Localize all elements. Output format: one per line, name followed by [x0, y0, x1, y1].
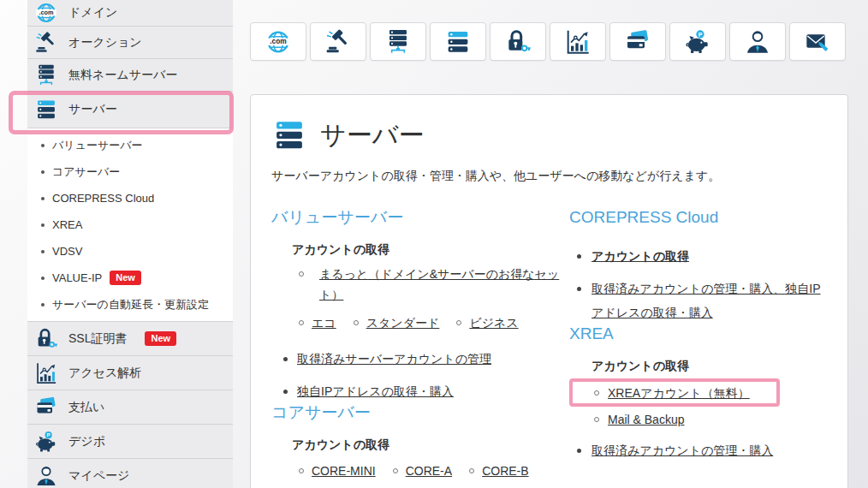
toolbar-button-payment[interactable]: [609, 22, 666, 61]
link-core-b[interactable]: CORE-B: [482, 461, 528, 481]
sidebar-item-free-nameserver[interactable]: 無料ネームサーバー: [27, 59, 233, 92]
server-icon: [444, 28, 472, 56]
list-item: まるっと（ドメイン&サーバーのお得なセット）: [271, 264, 569, 305]
person-icon: [34, 464, 58, 488]
submenu-item-value-ip[interactable]: VALUE-IP New: [27, 265, 233, 291]
submenu-item-auto-renew-settings[interactable]: サーバーの自動延長・更新設定: [27, 291, 233, 318]
disc-bullet-icon: [577, 287, 581, 291]
globe-com-icon: .com: [34, 1, 58, 25]
section-heading-corepress-cloud: COREPRESS Cloud: [569, 208, 827, 228]
list-item: 取得済みアカウントの管理・購入、独自IPアドレスの取得・購入: [569, 277, 827, 324]
sidebar-item-domain[interactable]: .com ドメイン: [27, 0, 233, 27]
svg-text:.com: .com: [270, 37, 286, 45]
submenu-item-value-server[interactable]: バリューサーバー: [27, 132, 233, 158]
sidebar-item-digipo[interactable]: P デジポ: [27, 425, 233, 459]
disc-bullet-icon: [577, 449, 581, 453]
content-columns: バリューサーバー アカウントの取得 まるっと（ドメイン&サーバーのお得なセット）…: [271, 208, 827, 488]
link-xrea-free-account[interactable]: XREAアカウント（無料）: [608, 386, 750, 400]
bullet-icon: [41, 197, 45, 200]
section-heading-core-server: コアサーバー: [271, 403, 569, 423]
sidebar-item-mypage[interactable]: マイページ: [27, 459, 233, 488]
link-standard[interactable]: スタンダード: [366, 312, 440, 333]
bullet-icon: [41, 170, 45, 174]
sidebar-item-ssl[interactable]: SSL証明書 New: [27, 322, 233, 356]
gavel-icon: [34, 31, 58, 55]
bullet-icon: [41, 303, 45, 306]
submenu-item-label: サーバーの自動延長・更新設定: [52, 297, 209, 312]
credit-card-icon: [34, 396, 58, 420]
sidebar-item-label: ドメイン: [68, 5, 117, 21]
link-marutto-set[interactable]: まるっと（ドメイン&サーバーのお得なセット）: [319, 267, 559, 301]
sidebar-item-payment[interactable]: 支払い: [27, 390, 233, 425]
submenu-item-label: VALUE-IP: [52, 271, 102, 284]
toolbar-button-mail[interactable]: [789, 22, 846, 61]
sidebar-item-label: マイページ: [68, 468, 129, 484]
bullet-icon: [41, 250, 45, 253]
section-heading-xrea: XREA: [569, 324, 827, 344]
sidebar-item-label: オークション: [68, 35, 142, 51]
page-description: サーバーアカウントの取得・管理・購入や、他ユーザーへの移動などが行えます。: [271, 169, 827, 184]
link-manage-server-accounts[interactable]: 取得済みサーバーアカウントの管理: [297, 352, 491, 366]
toolbar-button-analytics[interactable]: [550, 22, 606, 61]
link-xrea-manage[interactable]: 取得済みアカウントの管理・購入: [592, 443, 773, 457]
person-icon: [744, 28, 771, 56]
server-page-panel: サーバー サーバーアカウントの取得・管理・購入や、他ユーザーへの移動などが行えま…: [250, 94, 848, 488]
sidebar-item-auction[interactable]: オークション: [27, 27, 233, 59]
link-core-a[interactable]: CORE-A: [406, 461, 452, 481]
sidebar-item-label: デジポ: [68, 434, 105, 449]
piggy-bank-icon: P: [684, 28, 711, 56]
toolbar-button-auction[interactable]: [310, 22, 366, 61]
list-item: XREAアカウント（無料）: [569, 383, 827, 403]
disc-bullet-icon: [283, 357, 288, 361]
submenu-item-corepress-cloud[interactable]: COREPRESS Cloud: [27, 185, 233, 211]
column-left: バリューサーバー アカウントの取得 まるっと（ドメイン&サーバーのお得なセット）…: [271, 208, 569, 488]
circle-bullet-icon: [354, 320, 359, 325]
list-item: Mail & Backup: [569, 409, 827, 430]
server-submenu: バリューサーバー コアサーバー COREPRESS Cloud XREA VDS…: [27, 128, 233, 322]
submenu-item-label: COREPRESS Cloud: [52, 192, 154, 205]
submenu-item-xrea[interactable]: XREA: [27, 211, 233, 238]
disc-bullet-icon: [577, 254, 581, 259]
toolbar-button-server[interactable]: [430, 22, 486, 61]
sidebar-item-server[interactable]: サーバー: [27, 92, 233, 128]
new-badge: New: [110, 271, 141, 285]
toolbar-button-domain[interactable]: .com: [250, 22, 306, 61]
link-mail-backup[interactable]: Mail & Backup: [608, 413, 684, 426]
toolbar-button-ssl[interactable]: [490, 22, 546, 61]
toolbar-button-mypage[interactable]: [729, 22, 786, 61]
list-item: 独自IPアドレスの取得・購入: [271, 379, 569, 403]
svg-text:P: P: [47, 431, 51, 437]
link-core-mini[interactable]: CORE-MINI: [312, 461, 376, 481]
submenu-item-label: VDSV: [52, 245, 82, 258]
credit-card-icon: [624, 28, 651, 56]
mail-icon: [804, 28, 831, 56]
section-heading-value-server: バリューサーバー: [271, 208, 569, 228]
submenu-item-core-server[interactable]: コアサーバー: [27, 158, 233, 185]
list-item: アカウントの取得: [569, 244, 827, 268]
link-ip-purchase[interactable]: 独自IPアドレスの取得・購入: [297, 384, 454, 398]
globe-com-icon: .com: [265, 28, 292, 56]
bullet-icon: [41, 277, 45, 280]
link-corepress-account[interactable]: アカウントの取得: [592, 249, 689, 263]
circle-bullet-icon: [469, 468, 474, 473]
nameserver-icon: [34, 63, 58, 87]
link-business[interactable]: ビジネス: [469, 312, 518, 333]
bullet-icon: [41, 144, 45, 147]
toolbar-button-nameserver[interactable]: [370, 22, 426, 61]
submenu-item-vdsv[interactable]: VDSV: [27, 238, 233, 265]
link-corepress-manage[interactable]: 取得済みアカウントの管理・購入、独自IPアドレスの取得・購入: [592, 282, 821, 319]
circle-bullet-icon: [456, 320, 461, 325]
analytics-icon: [564, 28, 592, 56]
submenu-item-label: コアサーバー: [52, 164, 120, 180]
column-right: COREPRESS Cloud アカウントの取得 取得済みアカウントの管理・購入…: [569, 208, 827, 488]
ssl-lock-icon: [504, 28, 532, 56]
sidebar-item-label: アクセス解析: [68, 366, 141, 381]
list-item: 取得済みアカウントの管理・購入: [569, 438, 827, 462]
sidebar-item-label: SSL証明書: [68, 331, 127, 347]
account-get-label: アカウントの取得: [592, 359, 827, 374]
circle-bullet-icon: [299, 320, 304, 325]
sidebar-item-access-analytics[interactable]: アクセス解析: [27, 356, 233, 390]
toolbar-button-digipo[interactable]: P: [669, 22, 726, 61]
svg-text:.com: .com: [39, 9, 55, 16]
link-eco[interactable]: エコ: [312, 312, 336, 333]
